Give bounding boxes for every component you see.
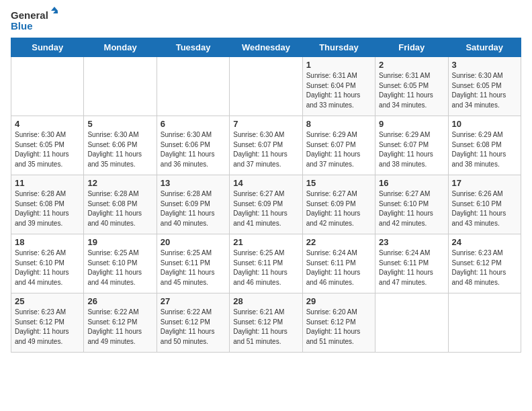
- day-header-thursday: Thursday: [302, 38, 375, 57]
- day-header-wednesday: Wednesday: [230, 38, 302, 57]
- calendar-cell: 12Sunrise: 6:28 AM Sunset: 6:08 PM Dayli…: [84, 175, 157, 234]
- day-number: 20: [161, 237, 226, 247]
- day-info: Sunrise: 6:27 AM Sunset: 6:09 PM Dayligh…: [233, 189, 298, 228]
- calendar-week-1: 1Sunrise: 6:31 AM Sunset: 6:04 PM Daylig…: [11, 57, 521, 116]
- calendar-cell: 4Sunrise: 6:30 AM Sunset: 6:05 PM Daylig…: [11, 116, 84, 175]
- calendar-cell: 25Sunrise: 6:23 AM Sunset: 6:12 PM Dayli…: [11, 293, 84, 353]
- calendar-cell: 19Sunrise: 6:25 AM Sunset: 6:10 PM Dayli…: [84, 234, 157, 293]
- day-number: 8: [306, 119, 371, 129]
- calendar-cell: 20Sunrise: 6:25 AM Sunset: 6:11 PM Dayli…: [157, 234, 229, 293]
- day-info: Sunrise: 6:23 AM Sunset: 6:12 PM Dayligh…: [15, 308, 80, 347]
- day-header-friday: Friday: [375, 38, 448, 57]
- day-number: 13: [161, 178, 226, 188]
- calendar-cell: 21Sunrise: 6:25 AM Sunset: 6:11 PM Dayli…: [230, 234, 302, 293]
- calendar-cell: 8Sunrise: 6:29 AM Sunset: 6:07 PM Daylig…: [302, 116, 375, 175]
- day-number: 12: [87, 178, 152, 188]
- calendar-cell: 29Sunrise: 6:20 AM Sunset: 6:12 PM Dayli…: [302, 293, 375, 353]
- day-info: Sunrise: 6:27 AM Sunset: 6:10 PM Dayligh…: [379, 189, 444, 228]
- calendar-cell: 27Sunrise: 6:22 AM Sunset: 6:12 PM Dayli…: [157, 293, 229, 353]
- day-info: Sunrise: 6:25 AM Sunset: 6:10 PM Dayligh…: [87, 248, 152, 287]
- day-number: 23: [379, 237, 444, 247]
- calendar-cell: 23Sunrise: 6:24 AM Sunset: 6:11 PM Dayli…: [375, 234, 448, 293]
- day-number: 25: [15, 296, 80, 306]
- day-info: Sunrise: 6:26 AM Sunset: 6:10 PM Dayligh…: [452, 189, 517, 228]
- day-info: Sunrise: 6:28 AM Sunset: 6:09 PM Dayligh…: [161, 189, 226, 228]
- calendar-week-5: 25Sunrise: 6:23 AM Sunset: 6:12 PM Dayli…: [11, 293, 521, 353]
- day-info: Sunrise: 6:29 AM Sunset: 6:07 PM Dayligh…: [379, 130, 444, 169]
- calendar-table: SundayMondayTuesdayWednesdayThursdayFrid…: [11, 38, 521, 353]
- day-number: 2: [379, 60, 444, 70]
- day-info: Sunrise: 6:29 AM Sunset: 6:08 PM Dayligh…: [452, 130, 517, 169]
- calendar-cell: [448, 293, 521, 353]
- svg-text:General: General: [11, 9, 48, 21]
- day-number: 3: [452, 60, 517, 70]
- day-number: 9: [379, 119, 444, 129]
- day-info: Sunrise: 6:24 AM Sunset: 6:11 PM Dayligh…: [379, 248, 444, 287]
- calendar-cell: 26Sunrise: 6:22 AM Sunset: 6:12 PM Dayli…: [84, 293, 157, 353]
- calendar-header-row: SundayMondayTuesdayWednesdayThursdayFrid…: [11, 38, 521, 57]
- day-info: Sunrise: 6:28 AM Sunset: 6:08 PM Dayligh…: [87, 189, 152, 228]
- calendar-cell: 7Sunrise: 6:30 AM Sunset: 6:07 PM Daylig…: [230, 116, 302, 175]
- day-info: Sunrise: 6:29 AM Sunset: 6:07 PM Dayligh…: [306, 130, 371, 169]
- day-number: 1: [306, 60, 371, 70]
- day-info: Sunrise: 6:22 AM Sunset: 6:12 PM Dayligh…: [161, 308, 226, 347]
- day-number: 10: [452, 119, 517, 129]
- calendar-cell: 18Sunrise: 6:26 AM Sunset: 6:10 PM Dayli…: [11, 234, 84, 293]
- calendar-week-4: 18Sunrise: 6:26 AM Sunset: 6:10 PM Dayli…: [11, 234, 521, 293]
- day-info: Sunrise: 6:30 AM Sunset: 6:05 PM Dayligh…: [15, 130, 80, 169]
- logo-svg: General Blue: [11, 7, 58, 34]
- calendar-cell: 24Sunrise: 6:23 AM Sunset: 6:12 PM Dayli…: [448, 234, 521, 293]
- day-number: 29: [306, 296, 371, 306]
- day-info: Sunrise: 6:25 AM Sunset: 6:11 PM Dayligh…: [161, 248, 226, 287]
- calendar-cell: 16Sunrise: 6:27 AM Sunset: 6:10 PM Dayli…: [375, 175, 448, 234]
- calendar-cell: 9Sunrise: 6:29 AM Sunset: 6:07 PM Daylig…: [375, 116, 448, 175]
- day-info: Sunrise: 6:30 AM Sunset: 6:06 PM Dayligh…: [87, 130, 152, 169]
- calendar-cell: 11Sunrise: 6:28 AM Sunset: 6:08 PM Dayli…: [11, 175, 84, 234]
- day-info: Sunrise: 6:26 AM Sunset: 6:10 PM Dayligh…: [15, 248, 80, 287]
- calendar-cell: 22Sunrise: 6:24 AM Sunset: 6:11 PM Dayli…: [302, 234, 375, 293]
- calendar-week-2: 4Sunrise: 6:30 AM Sunset: 6:05 PM Daylig…: [11, 116, 521, 175]
- day-number: 4: [15, 119, 80, 129]
- svg-text:Blue: Blue: [11, 20, 33, 32]
- day-header-sunday: Sunday: [11, 38, 84, 57]
- day-info: Sunrise: 6:27 AM Sunset: 6:09 PM Dayligh…: [306, 189, 371, 228]
- day-info: Sunrise: 6:28 AM Sunset: 6:08 PM Dayligh…: [15, 189, 80, 228]
- day-number: 11: [15, 178, 80, 188]
- day-info: Sunrise: 6:31 AM Sunset: 6:04 PM Dayligh…: [306, 71, 371, 110]
- calendar-cell: 17Sunrise: 6:26 AM Sunset: 6:10 PM Dayli…: [448, 175, 521, 234]
- day-number: 22: [306, 237, 371, 247]
- calendar-cell: 14Sunrise: 6:27 AM Sunset: 6:09 PM Dayli…: [230, 175, 302, 234]
- day-number: 26: [87, 296, 152, 306]
- calendar-body: 1Sunrise: 6:31 AM Sunset: 6:04 PM Daylig…: [11, 57, 521, 353]
- day-number: 28: [233, 296, 298, 306]
- day-number: 16: [379, 178, 444, 188]
- calendar-week-3: 11Sunrise: 6:28 AM Sunset: 6:08 PM Dayli…: [11, 175, 521, 234]
- calendar-cell: 10Sunrise: 6:29 AM Sunset: 6:08 PM Dayli…: [448, 116, 521, 175]
- calendar-cell: 5Sunrise: 6:30 AM Sunset: 6:06 PM Daylig…: [84, 116, 157, 175]
- day-info: Sunrise: 6:21 AM Sunset: 6:12 PM Dayligh…: [233, 308, 298, 347]
- day-info: Sunrise: 6:22 AM Sunset: 6:12 PM Dayligh…: [87, 308, 152, 347]
- day-number: 5: [87, 119, 152, 129]
- day-info: Sunrise: 6:30 AM Sunset: 6:06 PM Dayligh…: [161, 130, 226, 169]
- calendar-cell: 13Sunrise: 6:28 AM Sunset: 6:09 PM Dayli…: [157, 175, 229, 234]
- calendar-cell: 1Sunrise: 6:31 AM Sunset: 6:04 PM Daylig…: [302, 57, 375, 116]
- calendar-cell: 15Sunrise: 6:27 AM Sunset: 6:09 PM Dayli…: [302, 175, 375, 234]
- day-info: Sunrise: 6:31 AM Sunset: 6:05 PM Dayligh…: [379, 71, 444, 110]
- day-info: Sunrise: 6:30 AM Sunset: 6:05 PM Dayligh…: [452, 71, 517, 110]
- day-number: 7: [233, 119, 298, 129]
- calendar-cell: [11, 57, 84, 116]
- day-header-monday: Monday: [84, 38, 157, 57]
- day-number: 19: [87, 237, 152, 247]
- calendar-cell: 2Sunrise: 6:31 AM Sunset: 6:05 PM Daylig…: [375, 57, 448, 116]
- day-number: 17: [452, 178, 517, 188]
- day-info: Sunrise: 6:23 AM Sunset: 6:12 PM Dayligh…: [452, 248, 517, 287]
- day-info: Sunrise: 6:30 AM Sunset: 6:07 PM Dayligh…: [233, 130, 298, 169]
- calendar-cell: [375, 293, 448, 353]
- day-number: 15: [306, 178, 371, 188]
- logo: General Blue: [11, 7, 58, 34]
- day-info: Sunrise: 6:25 AM Sunset: 6:11 PM Dayligh…: [233, 248, 298, 287]
- day-number: 21: [233, 237, 298, 247]
- calendar-cell: 28Sunrise: 6:21 AM Sunset: 6:12 PM Dayli…: [230, 293, 302, 353]
- calendar-cell: 6Sunrise: 6:30 AM Sunset: 6:06 PM Daylig…: [157, 116, 229, 175]
- calendar-cell: 3Sunrise: 6:30 AM Sunset: 6:05 PM Daylig…: [448, 57, 521, 116]
